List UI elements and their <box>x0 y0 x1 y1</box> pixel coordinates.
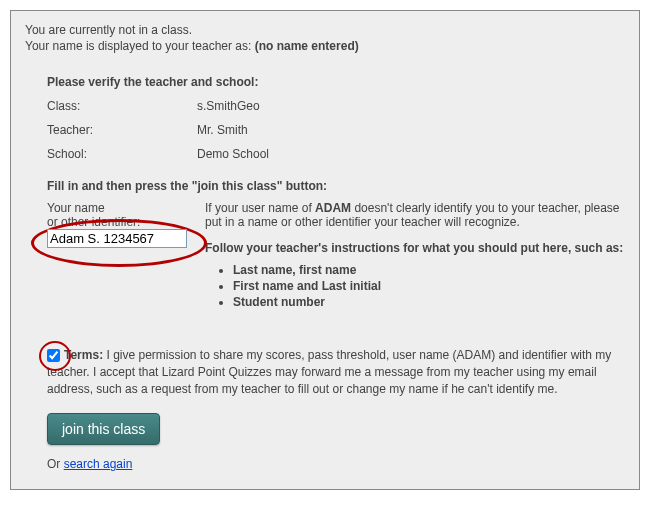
terms-checkbox-wrap <box>47 347 64 364</box>
class-value: s.SmithGeo <box>197 99 260 113</box>
row-school: School: Demo School <box>47 147 625 161</box>
school-label: School: <box>47 147 197 161</box>
terms-block: Terms: I give permission to share my sco… <box>47 347 625 397</box>
school-value: Demo School <box>197 147 269 161</box>
class-label: Class: <box>47 99 197 113</box>
instructions-column: If your user name of ADAM doesn't clearl… <box>205 201 625 311</box>
search-again-link[interactable]: search again <box>64 457 133 471</box>
teacher-value: Mr. Smith <box>197 123 248 137</box>
row-class: Class: s.SmithGeo <box>47 99 625 113</box>
name-column: Your name or other identifier: <box>47 201 205 311</box>
verify-heading: Please verify the teacher and school: <box>47 75 625 89</box>
status-not-in-class: You are currently not in a class. <box>25 23 625 37</box>
terms-text-part1: I give permission to share my scores, pa… <box>103 348 456 362</box>
join-class-button[interactable]: join this class <box>47 413 160 445</box>
status-display-name: (no name entered) <box>255 39 359 53</box>
instruction-text: If your user name of ADAM doesn't clearl… <box>205 201 625 229</box>
verify-section: Please verify the teacher and school: Cl… <box>47 75 625 471</box>
teacher-label: Teacher: <box>47 123 197 137</box>
name-label-line1: Your name <box>47 201 205 215</box>
search-again-line: Or search again <box>47 457 625 471</box>
or-text: Or <box>47 457 64 471</box>
terms-label: Terms: <box>64 348 103 362</box>
join-class-panel: You are currently not in a class. Your n… <box>10 10 640 490</box>
suggestion-item: Student number <box>233 295 625 309</box>
status-display-prefix: Your name is displayed to your teacher a… <box>25 39 255 53</box>
name-label-line2: or other identifier: <box>47 215 205 229</box>
suggestion-item: Last name, first name <box>233 263 625 277</box>
terms-checkbox[interactable] <box>47 349 60 362</box>
instruction-username: ADAM <box>315 201 351 215</box>
status-display-name-line: Your name is displayed to your teacher a… <box>25 39 625 53</box>
terms-username: ADAM <box>457 348 492 362</box>
fill-heading: Fill in and then press the "join this cl… <box>47 179 625 193</box>
instruction-prefix: If your user name of <box>205 201 315 215</box>
row-teacher: Teacher: Mr. Smith <box>47 123 625 137</box>
suggestions-list: Last name, first name First name and Las… <box>233 263 625 309</box>
follow-heading: Follow your teacher's instructions for w… <box>205 241 625 255</box>
name-input[interactable] <box>47 229 187 248</box>
fill-area: Your name or other identifier: If your u… <box>47 201 625 311</box>
suggestion-item: First name and Last initial <box>233 279 625 293</box>
